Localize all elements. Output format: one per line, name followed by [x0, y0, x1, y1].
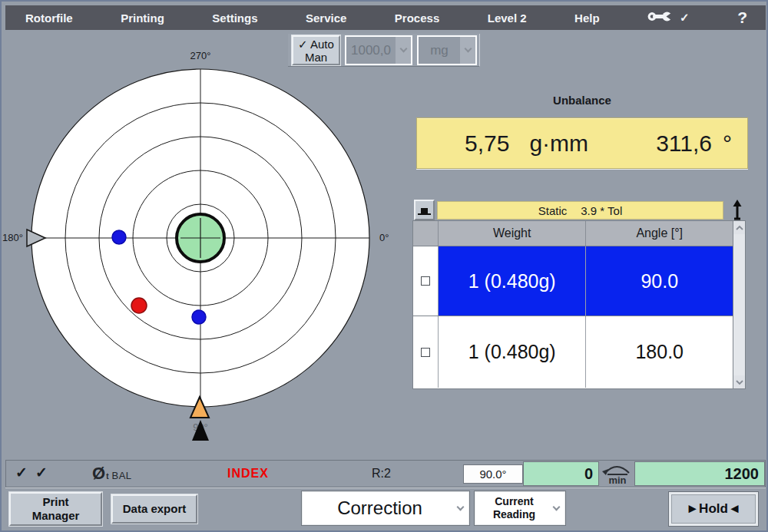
display-mode-select[interactable]: Correction: [301, 491, 470, 526]
static-tolerance-bar: Static 3.9 * Tol: [437, 201, 723, 220]
bal-label: BAL: [111, 470, 131, 481]
triangle-left-icon: ◄: [728, 501, 741, 517]
reading-value: Current Reading: [475, 495, 554, 521]
table-scrollbar[interactable]: [733, 221, 745, 388]
menu-service[interactable]: Service: [306, 12, 346, 25]
chevron-down-icon: [553, 503, 561, 511]
angle-position-field[interactable]: 90.0°: [463, 464, 523, 484]
menu-level2[interactable]: Level 2: [488, 12, 527, 25]
wrench-icon: [647, 11, 673, 25]
menu-process[interactable]: Process: [395, 12, 439, 25]
table-row[interactable]: 1 (0.480g) 180.0: [413, 316, 733, 388]
angle-cell[interactable]: 90.0: [585, 246, 733, 316]
diameter-bal-indicator: Ø t BAL: [92, 464, 132, 484]
mode-value: Correction: [302, 497, 458, 519]
angle-cell[interactable]: 180.0: [585, 316, 733, 388]
question-help-icon[interactable]: ?: [737, 8, 747, 27]
checkbox-column-header: [413, 221, 439, 246]
rotor-count: R:2: [372, 467, 391, 481]
menu-bar: Rotorfile Printing Settings Service Proc…: [5, 5, 766, 30]
triangle-right-icon: ►: [686, 501, 699, 517]
index-status: INDEX: [227, 467, 269, 481]
sort-up-button[interactable]: [730, 197, 745, 223]
status-check-1: ✓: [15, 464, 28, 481]
check-icon: ✓: [680, 11, 690, 25]
status-bar: ✓ ✓ Ø t BAL INDEX R:2 90.0° 0 min 1200: [5, 460, 766, 487]
unbalance-title: Unbalance: [416, 94, 748, 107]
scroll-down-button[interactable]: [733, 375, 745, 388]
weight-cell[interactable]: 1 (0.480g): [439, 246, 586, 316]
weight-dot-blue-bottom: [192, 310, 206, 324]
angle-label-270: 270°: [190, 50, 211, 61]
menu-printing[interactable]: Printing: [121, 12, 164, 25]
reading-source-select[interactable]: Current Reading: [474, 491, 566, 526]
unbalance-dot-red: [131, 298, 147, 313]
angle-label-180: 180°: [2, 232, 23, 243]
rpm-icon: min: [599, 461, 634, 486]
unbalance-angle-unit: °: [723, 131, 732, 157]
angle-label-0: 0°: [379, 232, 389, 243]
svg-text:min: min: [608, 474, 626, 485]
unbalance-value: 5,75: [465, 131, 509, 157]
chevron-up-icon: [735, 225, 744, 231]
diameter-icon: Ø: [92, 464, 105, 484]
menu-settings[interactable]: Settings: [212, 12, 257, 25]
weight-cell[interactable]: 1 (0.480g): [439, 316, 586, 388]
data-export-button[interactable]: Data export: [111, 494, 197, 524]
chevron-down-icon: [460, 37, 475, 64]
tolerance-ratio-label: 3.9 * Tol: [581, 204, 622, 217]
mode-static-label: Static: [538, 204, 568, 217]
scroll-up-button[interactable]: [733, 221, 745, 234]
row-checkbox[interactable]: [421, 276, 430, 286]
weight-column-header: Weight: [439, 221, 586, 246]
status-check-2: ✓: [35, 464, 48, 481]
angle-column-header: Angle [°]: [585, 221, 733, 246]
weight-dot-blue-left: [112, 230, 126, 244]
speed-max-field: 1200: [634, 461, 765, 486]
menu-help[interactable]: Help: [574, 12, 600, 25]
arrow-up-icon: [730, 198, 744, 221]
polar-chart: 270° 0° 180° 90°: [2, 36, 401, 462]
app-window: Rotorfile Printing Settings Service Proc…: [0, 0, 768, 532]
menu-rotorfile[interactable]: Rotorfile: [25, 12, 73, 25]
weight-icon: [415, 203, 433, 218]
correction-table: Weight Angle [°] 1 (0.480g) 90.0 1 (0.48…: [412, 220, 746, 389]
unbalance-angle: 311,6: [656, 131, 712, 157]
hold-button[interactable]: ► Hold ◄: [668, 491, 759, 527]
unbalance-unit: g·mm: [529, 131, 588, 157]
service-status[interactable]: ✓: [647, 11, 690, 25]
chevron-down-icon: [735, 379, 744, 385]
row-checkbox[interactable]: [421, 348, 430, 357]
speed-current-field: 0: [523, 461, 599, 486]
unit-value: mg: [419, 37, 460, 64]
unbalance-readout: 5,75 g·mm 311,6 °: [416, 117, 748, 169]
place-weight-button[interactable]: [414, 200, 435, 220]
chevron-down-icon: [457, 503, 465, 511]
print-manager-button[interactable]: Print Manager: [9, 492, 102, 526]
table-row[interactable]: 1 (0.480g) 90.0: [413, 246, 733, 316]
unit-select[interactable]: mg: [417, 35, 477, 65]
table-header: Weight Angle [°]: [413, 221, 733, 246]
